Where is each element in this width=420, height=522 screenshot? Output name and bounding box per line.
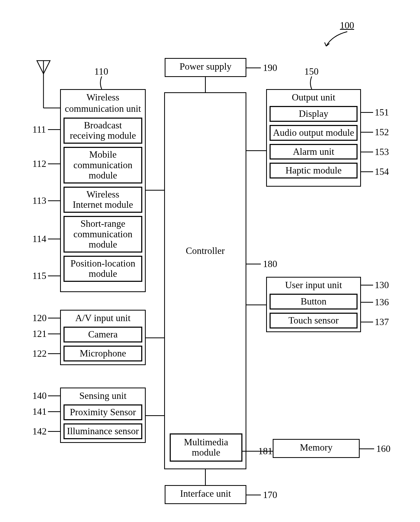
label-sr-l3: module	[89, 239, 117, 250]
block-user-input: User input unit Button Touch sensor	[266, 277, 361, 332]
ref-110: 110	[94, 66, 108, 77]
leader-112	[48, 163, 60, 164]
block-illuminance: Illuminance sensor	[64, 423, 142, 439]
block-short-range: Short-range communication module	[64, 216, 142, 253]
leader-152	[361, 132, 373, 133]
block-microphone: Microphone	[64, 346, 142, 361]
block-mobile-comm: Mobile communication module	[64, 147, 142, 183]
leader-190	[246, 67, 261, 68]
leader-150-curve	[309, 76, 314, 90]
label-wireless-comm-l2: communication unit	[65, 103, 141, 114]
block-camera: Camera	[64, 327, 142, 342]
label-controller: Controller	[186, 245, 225, 256]
label-winet-l1: Wireless	[86, 189, 119, 200]
block-multimedia-module: Multimedia module	[170, 433, 242, 462]
ref-115: 115	[32, 270, 46, 281]
leader-160	[360, 448, 374, 449]
leader-113	[48, 200, 60, 201]
leader-111	[48, 129, 60, 130]
ref-140: 140	[32, 390, 47, 401]
antenna-icon	[36, 59, 51, 109]
block-haptic: Haptic module	[270, 163, 358, 178]
ref-141: 141	[32, 406, 47, 417]
ref-151: 151	[375, 107, 389, 118]
ref-122: 122	[32, 348, 47, 359]
leader-115	[48, 276, 60, 276]
block-output-unit: Output unit Display Audio output module …	[266, 89, 361, 187]
ref-142: 142	[32, 426, 47, 437]
ref-152: 152	[375, 127, 389, 138]
leader-136	[361, 302, 373, 303]
leader-170	[246, 495, 261, 495]
label-winet-l2: Internet module	[73, 199, 133, 210]
label-sr-l2: communication	[74, 229, 133, 239]
wire-110-controller	[146, 190, 164, 191]
ref-153: 153	[375, 146, 389, 157]
label-sr-l1: Short-range	[81, 218, 125, 229]
leader-110-curve	[99, 76, 104, 90]
ref-180: 180	[263, 258, 277, 269]
block-wireless-comm-unit: Wireless communication unit Broadcast re…	[60, 89, 146, 292]
label-broadcast-l1: Broadcast	[84, 120, 122, 130]
ref-136: 136	[375, 297, 389, 308]
leader-137	[361, 322, 373, 322]
block-button: Button	[270, 294, 358, 310]
leader-151	[361, 112, 373, 113]
label-wireless-comm-l1: Wireless	[86, 92, 119, 103]
ref-113: 113	[32, 195, 46, 206]
block-sensing-unit: Sensing unit Proximity Sensor Illuminanc…	[60, 388, 146, 443]
block-alarm: Alarm unit	[270, 144, 358, 160]
leader-142	[48, 431, 60, 432]
leader-122	[48, 353, 60, 354]
leader-114	[48, 239, 60, 239]
ref-154: 154	[375, 166, 389, 177]
ref-121: 121	[32, 328, 47, 339]
wire-controller-userinput	[246, 304, 266, 305]
block-interface-unit: Interface unit	[165, 485, 246, 504]
label-multimedia-l1: Multimedia	[184, 437, 228, 447]
ref-100-arrow	[324, 30, 353, 51]
block-controller: Controller Multimedia module	[164, 92, 246, 469]
block-proximity: Proximity Sensor	[64, 404, 142, 420]
leader-141	[48, 411, 60, 412]
ref-114: 114	[32, 233, 46, 244]
ref-112: 112	[32, 158, 46, 169]
block-audio-output: Audio output module	[270, 125, 358, 141]
label-memory: Memory	[300, 442, 333, 453]
label-mobile-l3: module	[89, 170, 117, 181]
label-output-unit: Output unit	[292, 92, 335, 103]
label-multimedia-l2: module	[192, 447, 220, 458]
block-av-input: A/V input unit Camera Microphone	[60, 310, 146, 365]
ref-130: 130	[375, 279, 389, 291]
leader-180	[246, 264, 261, 264]
leader-120	[48, 318, 60, 318]
ref-120: 120	[32, 312, 47, 323]
wire-controller-output	[246, 150, 266, 151]
leader-130	[361, 285, 373, 286]
ref-111: 111	[32, 124, 46, 135]
block-display: Display	[270, 106, 358, 122]
label-mobile-l1: Mobile	[89, 149, 117, 160]
wire-antenna-to-wireless	[43, 108, 61, 108]
wire-120-controller	[146, 337, 164, 338]
wire-controller-memory	[242, 451, 273, 452]
label-user-input: User input unit	[285, 280, 342, 291]
label-pl-l1: Position-location	[71, 258, 135, 269]
block-broadcast-rx: Broadcast receiving module	[64, 118, 142, 144]
block-touch-sensor: Touch sensor	[270, 313, 358, 328]
block-power-supply: Power supply	[165, 58, 246, 77]
label-broadcast-l2: receiving module	[70, 130, 136, 141]
label-pl-l2: module	[89, 268, 117, 279]
block-position-location: Position-location module	[64, 256, 142, 282]
wire-power-controller	[205, 77, 206, 92]
wire-140-controller	[146, 415, 164, 416]
leader-154	[361, 171, 373, 172]
wire-controller-interface	[205, 469, 206, 485]
leader-153	[361, 152, 373, 152]
label-interface-unit: Interface unit	[180, 488, 231, 499]
label-mobile-l2: communication	[74, 160, 133, 170]
ref-170: 170	[263, 489, 277, 500]
label-av-input: A/V input unit	[75, 313, 130, 323]
ref-150: 150	[304, 66, 319, 77]
ref-137: 137	[375, 316, 389, 327]
